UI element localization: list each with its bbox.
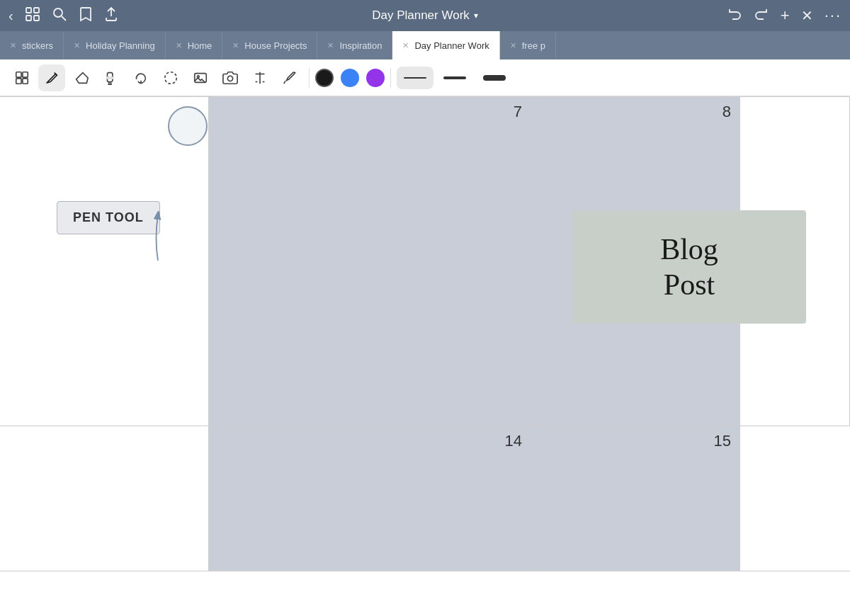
svg-rect-7 — [23, 72, 28, 76]
cal-cell-r2c3: 15 — [531, 426, 740, 571]
cal-cell-r1c2: 7 — [209, 97, 531, 426]
tab-close-day-planner[interactable]: ✕ — [402, 41, 409, 50]
cal-cell-r1c1 — [0, 97, 209, 426]
eraser-tool-button[interactable] — [68, 64, 95, 91]
tab-label-holiday: Holiday Planning — [86, 40, 155, 51]
tab-free[interactable]: ✕ free p — [500, 31, 556, 59]
cal-cell-r1c3: 8 BlogPost — [531, 97, 740, 426]
svg-line-5 — [62, 16, 66, 21]
toolbar-divider-1 — [309, 68, 310, 88]
svg-rect-9 — [23, 78, 28, 83]
cal-date-8: 8 — [722, 103, 731, 121]
text-tool-button[interactable] — [246, 64, 273, 91]
image-tool-button[interactable] — [187, 64, 214, 91]
tab-label-free: free p — [522, 40, 545, 51]
tab-close-stickers[interactable]: ✕ — [10, 41, 16, 50]
svg-point-4 — [54, 8, 62, 17]
svg-rect-0 — [26, 8, 31, 13]
shape-tool-button[interactable] — [157, 64, 184, 91]
tab-close-free[interactable]: ✕ — [510, 41, 516, 50]
calendar-grid: 7 8 BlogPost 14 15 — [0, 96, 850, 616]
title-bar: ‹ Day Planner Work — [0, 0, 850, 31]
cal-date-7: 7 — [514, 103, 522, 121]
cal-date-15: 15 — [714, 432, 731, 450]
undo-icon[interactable] — [727, 6, 742, 25]
svg-point-16 — [197, 75, 199, 77]
svg-rect-2 — [26, 16, 31, 21]
svg-point-17 — [227, 76, 232, 81]
color-purple-swatch[interactable] — [366, 69, 385, 87]
cal-cell-r2c1 — [0, 426, 209, 571]
svg-rect-3 — [34, 16, 39, 21]
tab-day-planner-work[interactable]: ✕ Day Planner Work — [392, 31, 499, 59]
title-bar-left: ‹ — [8, 6, 118, 25]
svg-rect-8 — [16, 78, 21, 83]
pen-tool-button[interactable] — [38, 64, 65, 91]
cal-date-14: 14 — [505, 432, 522, 450]
svg-rect-6 — [16, 72, 21, 76]
stroke-thin-indicator — [404, 77, 426, 79]
tab-holiday-planning[interactable]: ✕ Holiday Planning — [64, 31, 166, 59]
document-title: Day Planner Work — [372, 8, 470, 23]
sticky-note-text: BlogPost — [660, 232, 718, 303]
grid-icon[interactable] — [25, 6, 40, 25]
color-blue-swatch[interactable] — [341, 69, 359, 87]
stroke-medium-indicator — [443, 76, 466, 79]
tab-close-holiday[interactable]: ✕ — [74, 41, 80, 50]
title-dropdown-icon[interactable]: ▾ — [474, 11, 478, 21]
tab-label-day-planner: Day Planner Work — [414, 40, 489, 51]
tab-label-home: Home — [188, 40, 212, 51]
blog-post-sticky-note: BlogPost — [572, 210, 806, 324]
tab-close-inspiration[interactable]: ✕ — [327, 41, 334, 50]
more-options-icon[interactable]: ··· — [824, 6, 842, 25]
back-icon[interactable]: ‹ — [8, 8, 13, 24]
color-black-swatch[interactable] — [315, 69, 334, 87]
eyedropper-tool-button[interactable] — [276, 64, 303, 91]
tab-home[interactable]: ✕ Home — [166, 31, 223, 59]
cal-cell-r2c2: 14 — [209, 426, 531, 571]
cal-cell-r2c4 — [740, 426, 850, 571]
toolbar — [0, 59, 850, 96]
lasso-tool-button[interactable] — [128, 64, 154, 91]
tab-close-house[interactable]: ✕ — [232, 41, 239, 50]
camera-tool-button[interactable] — [217, 64, 244, 91]
highlighter-tool-button[interactable] — [98, 64, 125, 91]
layers-tool-button[interactable] — [8, 64, 35, 91]
svg-rect-1 — [34, 8, 39, 13]
title-bar-center: Day Planner Work ▾ — [372, 8, 478, 23]
tab-label-house: House Projects — [244, 40, 307, 51]
tab-close-home[interactable]: ✕ — [176, 41, 182, 50]
tab-label-stickers: stickers — [22, 40, 53, 51]
add-tab-icon[interactable]: + — [781, 6, 790, 25]
stroke-thick-button[interactable] — [476, 67, 513, 89]
tab-stickers[interactable]: ✕ stickers — [0, 31, 64, 59]
tab-bar: ✕ stickers ✕ Holiday Planning ✕ Home ✕ H… — [0, 31, 850, 59]
stroke-thick-indicator — [483, 75, 506, 81]
tab-label-inspiration: Inspiration — [339, 40, 382, 51]
tab-inspiration[interactable]: ✕ Inspiration — [317, 31, 392, 59]
svg-point-14 — [165, 72, 177, 84]
share-icon[interactable] — [104, 6, 118, 25]
window-close-icon[interactable]: ✕ — [801, 7, 813, 24]
search-icon[interactable] — [52, 6, 67, 25]
stroke-medium-button[interactable] — [436, 67, 473, 89]
stroke-thin-button[interactable] — [397, 67, 434, 89]
svg-rect-13 — [106, 76, 114, 79]
redo-icon[interactable] — [754, 6, 769, 25]
title-bar-right: + ✕ ··· — [727, 6, 842, 25]
bookmark-icon[interactable] — [79, 6, 93, 25]
tab-house-projects[interactable]: ✕ House Projects — [222, 31, 317, 59]
toolbar-divider-2 — [390, 68, 391, 88]
